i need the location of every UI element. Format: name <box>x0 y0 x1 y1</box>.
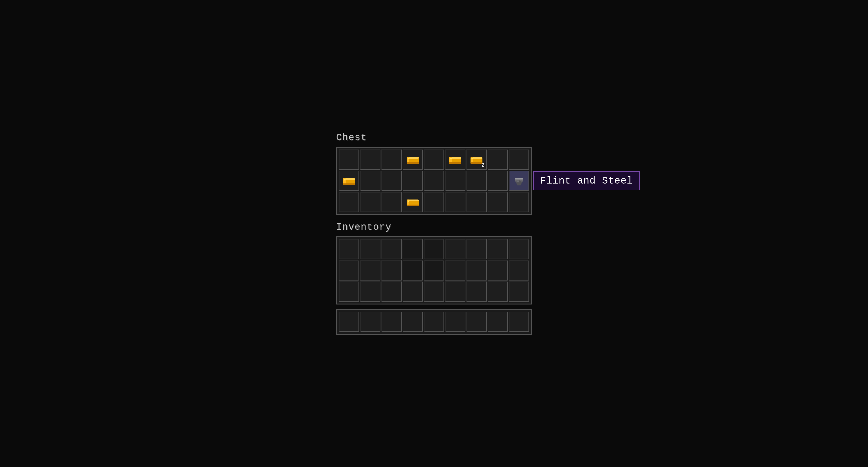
chest-slot-1-7[interactable] <box>488 171 508 191</box>
inv-slot-1-0[interactable] <box>339 260 359 281</box>
chest-slot-2-5[interactable] <box>445 192 465 212</box>
chest-slot-2-4[interactable] <box>424 192 444 212</box>
inv-slot-2-0[interactable] <box>339 281 359 302</box>
inv-slot-0-6[interactable] <box>466 239 487 259</box>
inv-slot-0-1[interactable] <box>360 239 380 259</box>
chest-slot-1-4[interactable] <box>424 171 444 191</box>
svg-rect-8 <box>450 158 452 159</box>
chest-slot-0-2[interactable] <box>381 149 402 170</box>
inv-slot-2-6[interactable] <box>466 281 487 302</box>
gold-ingot-icon-2 <box>448 153 462 166</box>
gold-ingot-icon-3 <box>470 153 483 166</box>
svg-rect-19 <box>343 183 355 185</box>
hotbar-slot-6[interactable] <box>466 312 487 332</box>
hotbar-slot-1[interactable] <box>360 312 380 332</box>
inv-slot-2-3[interactable] <box>403 281 423 302</box>
chest-slot-1-2[interactable] <box>381 171 402 191</box>
chest-slot-0-8[interactable] <box>509 149 529 170</box>
inventory-section: Inventory <box>336 222 532 305</box>
chest-section: Chest <box>336 132 532 215</box>
hotbar-grid <box>339 312 529 332</box>
inv-slot-1-5[interactable] <box>445 260 465 281</box>
inv-slot-0-5[interactable] <box>445 239 465 259</box>
chest-slot-0-3[interactable] <box>403 149 423 170</box>
hotbar-slot-4[interactable] <box>424 312 444 332</box>
inv-slot-1-8[interactable] <box>509 260 529 281</box>
chest-slot-2-1[interactable] <box>360 192 380 212</box>
inv-slot-2-7[interactable] <box>488 281 508 302</box>
inventory-grid <box>339 239 529 302</box>
chest-label: Chest <box>336 132 532 143</box>
hotbar-slot-8[interactable] <box>509 312 529 332</box>
hotbar-slot-3[interactable] <box>403 312 423 332</box>
hotbar-slot-7[interactable] <box>488 312 508 332</box>
inventory-label: Inventory <box>336 222 532 232</box>
svg-rect-9 <box>450 162 461 164</box>
chest-slot-0-4[interactable] <box>424 149 444 170</box>
inv-slot-2-5[interactable] <box>445 281 465 302</box>
hotbar-grid-container <box>336 309 532 335</box>
svg-rect-4 <box>407 162 419 164</box>
inv-slot-2-2[interactable] <box>381 281 402 302</box>
gold-ingot-icon-4 <box>342 174 356 188</box>
chest-slot-1-5[interactable] <box>445 171 465 191</box>
inv-slot-1-4[interactable] <box>424 260 444 281</box>
inv-slot-0-0[interactable] <box>339 239 359 259</box>
chest-slot-0-0[interactable] <box>339 149 359 170</box>
chest-slot-2-3[interactable] <box>403 192 423 212</box>
chest-slot-0-1[interactable] <box>360 149 380 170</box>
chest-slot-1-1[interactable] <box>360 171 380 191</box>
svg-rect-3 <box>408 158 410 159</box>
inv-slot-0-2[interactable] <box>381 239 402 259</box>
flint-steel-tooltip: Flint and Steel <box>533 172 640 190</box>
svg-rect-28 <box>408 200 410 202</box>
chest-slot-0-5[interactable] <box>445 149 465 170</box>
chest-slot-1-3[interactable] <box>403 171 423 191</box>
chest-grid: 2 <box>339 149 529 212</box>
svg-rect-13 <box>471 158 473 159</box>
hotbar-section <box>336 309 532 335</box>
chest-grid-container: 2 <box>336 147 532 215</box>
inv-slot-1-3[interactable] <box>403 260 423 281</box>
svg-rect-29 <box>407 205 419 206</box>
chest-slot-1-6[interactable] <box>466 171 487 191</box>
inv-slot-2-4[interactable] <box>424 281 444 302</box>
inv-slot-1-6[interactable] <box>466 260 487 281</box>
chest-slot-0-7[interactable] <box>488 149 508 170</box>
inv-slot-1-7[interactable] <box>488 260 508 281</box>
tooltip-text: Flint and Steel <box>540 175 633 186</box>
inv-slot-0-3[interactable] <box>403 239 423 259</box>
chest-slot-1-8[interactable]: Flint and Steel <box>509 171 529 191</box>
chest-slot-2-2[interactable] <box>381 192 402 212</box>
hotbar-slot-2[interactable] <box>381 312 402 332</box>
gold-ingot-icon-5 <box>406 195 420 209</box>
chest-slot-2-7[interactable] <box>488 192 508 212</box>
chest-slot-2-6[interactable] <box>466 192 487 212</box>
slot-count-0-6: 2 <box>482 162 485 168</box>
flint-steel-icon <box>513 175 525 187</box>
inv-slot-2-8[interactable] <box>509 281 529 302</box>
chest-slot-0-6[interactable]: 2 <box>466 149 487 170</box>
hotbar-slot-5[interactable] <box>445 312 465 332</box>
ui-container: Chest <box>336 132 532 335</box>
inv-slot-1-2[interactable] <box>381 260 402 281</box>
chest-slot-1-0[interactable] <box>339 171 359 191</box>
inventory-grid-container <box>336 236 532 305</box>
chest-slot-2-8[interactable] <box>509 192 529 212</box>
svg-rect-21 <box>515 178 523 179</box>
hotbar-slot-0[interactable] <box>339 312 359 332</box>
inv-slot-0-4[interactable] <box>424 239 444 259</box>
inv-slot-2-1[interactable] <box>360 281 380 302</box>
inv-slot-0-8[interactable] <box>509 239 529 259</box>
svg-rect-18 <box>344 179 346 181</box>
inv-slot-0-7[interactable] <box>488 239 508 259</box>
inv-slot-1-1[interactable] <box>360 260 380 281</box>
chest-slot-2-0[interactable] <box>339 192 359 212</box>
svg-rect-14 <box>471 162 483 164</box>
gold-ingot-icon <box>406 153 420 166</box>
